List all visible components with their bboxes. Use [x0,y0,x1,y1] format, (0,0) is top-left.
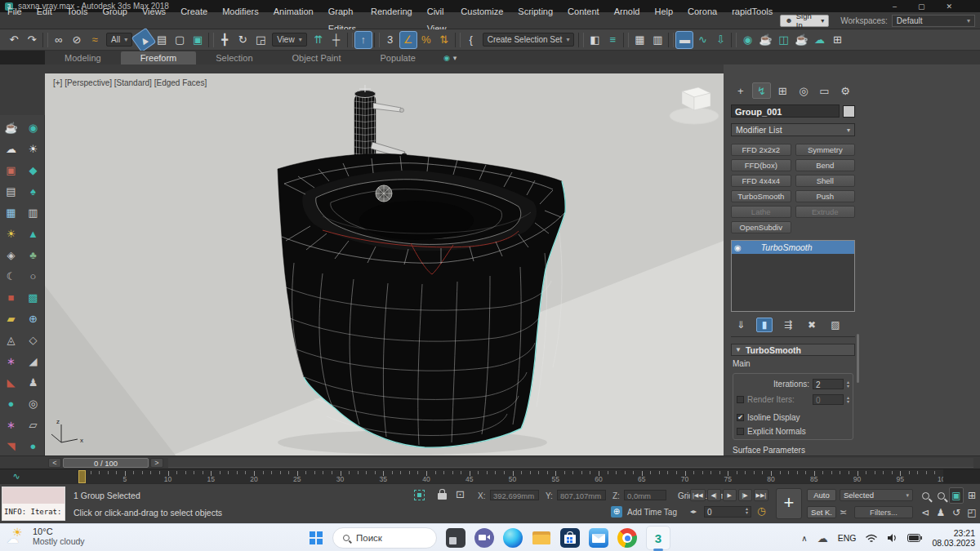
iterations-field[interactable]: 2 [813,379,844,389]
current-frame-field[interactable]: 0 ▴▾ [704,506,751,518]
reference-coordinate-dropdown[interactable]: View▾ [272,33,307,47]
sign-in-button[interactable]: ☻ Sign In ▾ [780,15,829,27]
render-in-cloud-icon[interactable]: ☁ [810,31,828,49]
target-icon[interactable]: ⊕ [25,310,42,327]
rectangular-selection-icon[interactable]: ▢ [171,31,189,49]
modifier-button-lathe[interactable]: Lathe [731,206,791,218]
x-coordinate-field[interactable]: 392,699mm [490,490,539,500]
taskbar-3dsmax-icon-active[interactable]: 3 [646,526,670,550]
select-and-link-icon[interactable]: ∞ [50,31,68,49]
select-by-name-icon[interactable]: ▤ [153,31,171,49]
bone-icon[interactable]: ◇ [25,331,42,348]
next-frame-arrow[interactable]: > [150,458,163,468]
absolute-mode-icon[interactable]: ⊡ [456,488,465,500]
swatch-icon[interactable]: ▱ [25,416,42,433]
key-selection-dropdown[interactable]: Selected ▾ [840,489,913,501]
brush-icon[interactable]: ◢ [25,353,42,369]
filters-button[interactable]: Filters... [854,506,913,518]
video-camera-icon[interactable]: ■ [3,289,20,305]
time-tag-icon[interactable]: ⊕ [611,506,622,518]
camera-icon[interactable]: ◆ [25,162,42,178]
modifier-button-bend[interactable]: Bend [795,159,856,171]
modifier-button-extrude[interactable]: Extrude [795,206,856,218]
clock[interactable]: 23:21 08.03.2023 [932,528,975,548]
set-keys-button[interactable]: + [776,488,802,519]
zoom-all-icon[interactable] [933,487,948,504]
moon-icon[interactable]: ☾ [3,268,20,284]
modifier-button-ffd-4x4x4[interactable]: FFD 4x4x4 [731,175,791,187]
weather-widget[interactable]: ☀☁ 10°C Mostly cloudy [7,527,85,546]
z-coordinate-field[interactable]: 0,0mm [624,490,666,500]
frame-spinner[interactable]: ▴▾ [746,507,748,517]
minimize-button[interactable]: – [893,2,897,11]
render-window-icon[interactable]: ▣ [3,162,20,178]
bind-to-space-warp-icon[interactable]: ≈ [86,31,104,49]
time-slider-track[interactable] [168,458,973,468]
walk-through-icon[interactable]: ♟ [933,504,948,521]
show-end-result-icon[interactable]: ▮ [756,318,773,332]
redo-icon[interactable]: ↷ [23,31,41,49]
create-tab-icon[interactable]: + [731,82,751,99]
pen-icon[interactable]: ◣ [3,374,20,390]
zoom-extents-icon[interactable]: ▣ [949,487,964,504]
motion-tab-icon[interactable]: ◎ [794,82,813,99]
keyboard-override-icon[interactable]: ↑ [354,31,372,49]
search-input[interactable]: Поиск [332,527,437,549]
go-to-end-button[interactable]: ▶▶| [754,489,769,501]
forest-icon[interactable]: ♠ [25,183,42,199]
maxscript-mini-listener[interactable]: INFO: Iterat: [2,487,65,521]
sun-icon[interactable]: ☀ [25,140,42,157]
taskbar-app-dark[interactable] [446,528,466,548]
vray-teapot-icon[interactable]: ☕ [3,119,20,136]
ribbon-tab-freeform[interactable]: Freeform [121,51,197,64]
red-tool-icon[interactable]: ◥ [3,438,20,454]
ribbon-toggle-icon[interactable]: ▬ [675,31,693,49]
ribbon-tab-populate[interactable]: Populate [360,51,434,64]
zoom-extents-all-icon[interactable]: ⊞ [964,487,979,504]
select-and-scale-icon[interactable]: ◲ [252,31,270,49]
render-iters-spinner[interactable]: ▴▾ [847,396,849,404]
zoom-icon[interactable] [918,487,933,504]
named-selection-sets-dropdown[interactable]: Create Selection Set▾ [483,33,575,47]
person-icon[interactable]: ♟ [25,374,42,390]
make-unique-icon[interactable]: ⇶ [780,318,796,332]
modifier-list-dropdown[interactable]: Modifier List ▾ [731,123,855,136]
previous-frame-arrow[interactable]: < [48,458,61,468]
go-to-start-button[interactable]: |◀◀ [690,489,706,501]
timeline-playhead[interactable] [78,470,86,483]
layers-icon[interactable]: ▩ [25,289,42,305]
vray-light-icon[interactable]: ◉ [25,119,42,136]
modifier-button-shell[interactable]: Shell [795,175,856,187]
cloud-icon[interactable]: ☁ [3,140,20,157]
iterations-spinner[interactable]: ▴▾ [847,380,849,389]
auto-key-button[interactable]: Auto [807,489,836,501]
play-button[interactable]: ▶ [723,489,737,501]
modifier-button-ffd-2x2x2[interactable]: FFD 2x2x2 [731,144,791,156]
render-iters-field[interactable]: 0 [813,394,844,405]
render-presets-icon[interactable]: ⊞ [828,31,846,49]
undo-icon[interactable]: ↶ [5,31,23,49]
scene-explorer-icon[interactable]: ▥ [648,31,666,49]
explicit-normals-checkbox[interactable] [737,428,744,435]
ribbon-tab-modeling[interactable]: Modeling [45,51,121,64]
taskbar-teams-icon[interactable] [474,528,494,548]
layer-explorer-icon[interactable]: ▦ [630,31,648,49]
unlink-selection-icon[interactable]: ⊘ [68,31,86,49]
spinner-snap-icon[interactable]: ⇅ [435,31,453,49]
add-time-tag[interactable]: Add Time Tag [627,508,677,517]
scatter-icon[interactable]: ∗ [3,353,20,369]
ribbon-minimize-icon[interactable]: ▾ [453,54,457,62]
schematic-view-icon[interactable]: ⇩ [711,31,729,49]
taskbar-edge-icon[interactable] [503,528,523,548]
rollout-header-turbosmooth[interactable]: ▼ TurboSmooth [731,344,855,356]
previous-frame-button[interactable]: ◀| [707,489,721,501]
viewport-canvas[interactable]: z x [45,73,724,455]
tree-icon[interactable]: ♣ [25,247,42,263]
close-button[interactable]: ✕ [946,2,952,11]
visibility-eye-icon[interactable]: ◉ [734,243,742,252]
angle-snap-icon[interactable]: ∠ [399,31,417,49]
maximize-viewport-icon[interactable]: ◰ [964,504,979,521]
object-color-swatch[interactable] [843,105,855,118]
battery-icon[interactable] [907,534,922,542]
table-icon[interactable]: ▦ [3,204,20,220]
